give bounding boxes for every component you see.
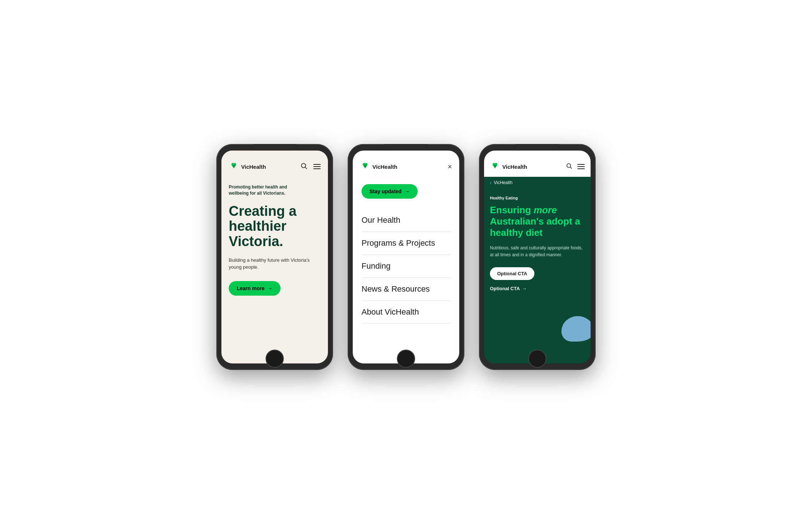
nav-item-our-health[interactable]: Our Health [361, 209, 451, 232]
logo-3: VicHealth [490, 161, 527, 172]
logo-text-2: VicHealth [372, 164, 397, 170]
phone-3: VicHealth ‹ [479, 144, 596, 370]
breadcrumb-bar: ‹ VicHealth [484, 177, 591, 188]
header-icons-1 [300, 162, 321, 171]
stay-updated-button[interactable]: Stay updated → [361, 184, 418, 199]
phones-container: VicHealth Promot [216, 144, 596, 370]
cta-secondary-label: Optional CTA [490, 286, 520, 291]
nav-item-about[interactable]: About VicHealth [361, 301, 451, 324]
main-nav: Our Health Programs & Projects Funding N… [361, 209, 451, 324]
article-body: Nutritious, safe and culturally appropri… [490, 245, 585, 258]
search-icon-1[interactable] [300, 162, 308, 171]
cta-secondary-arrow: → [522, 286, 527, 291]
nav-item-news[interactable]: News & Resources [361, 278, 451, 301]
cta-primary-button[interactable]: Optional CTA [490, 267, 534, 280]
home-button-2[interactable] [397, 350, 415, 368]
hero-subtitle: Building a healthy future with Victoria'… [229, 257, 321, 271]
phone-2-inner: VicHealth × Stay updated → Our Health Pr… [353, 151, 459, 363]
logo-text-3: VicHealth [502, 164, 527, 170]
nav-item-funding[interactable]: Funding [361, 255, 451, 278]
vichealth-logo-icon-3 [490, 161, 500, 172]
logo-text-1: VicHealth [241, 164, 266, 170]
decorative-blob [561, 316, 591, 342]
cta-primary-label: Optional CTA [497, 271, 527, 276]
tagline-text: Promoting better health and wellbeing fo… [229, 184, 321, 196]
menu-icon-1[interactable] [313, 164, 321, 169]
phone-2: VicHealth × Stay updated → Our Health Pr… [348, 144, 464, 370]
category-label: Healthy Eating [490, 196, 585, 200]
phone-notch-3 [515, 144, 559, 151]
stay-updated-arrow: → [405, 188, 410, 194]
close-menu-button[interactable]: × [448, 163, 452, 171]
phone-3-inner: VicHealth ‹ [484, 151, 591, 363]
vichealth-logo-icon-2 [360, 161, 370, 172]
phone-2-content: Stay updated → Our Health Programs & Pro… [353, 178, 459, 363]
stay-updated-label: Stay updated [370, 188, 402, 194]
phone-3-header: VicHealth [484, 151, 591, 177]
article-title-rest: Australian's adopt a healthy diet [490, 216, 580, 238]
home-button-1[interactable] [266, 350, 284, 368]
svg-line-3 [570, 167, 572, 168]
logo-1: VicHealth [229, 161, 266, 172]
phone-1-screen: VicHealth Promot [221, 151, 328, 363]
cta-secondary-link[interactable]: Optional CTA → [490, 286, 585, 291]
svg-point-0 [301, 163, 306, 168]
breadcrumb-text: VicHealth [494, 180, 513, 185]
article-title: Ensuring more Australian's adopt a healt… [490, 205, 585, 239]
vichealth-logo-icon-1 [229, 161, 239, 172]
svg-point-2 [567, 164, 571, 168]
phone-notch-2 [384, 144, 428, 151]
phone-2-screen: VicHealth × Stay updated → Our Health Pr… [353, 151, 459, 363]
learn-more-button[interactable]: Learn more → [229, 281, 281, 296]
phone-2-header: VicHealth × [353, 151, 459, 178]
menu-icon-3[interactable] [577, 164, 585, 169]
nav-item-programs[interactable]: Programs & Projects [361, 232, 451, 255]
phone-1: VicHealth Promot [216, 144, 333, 370]
phone-1-header: VicHealth [221, 151, 328, 178]
search-icon-3[interactable] [566, 163, 572, 171]
learn-more-label: Learn more [237, 285, 264, 291]
header-icons-3 [566, 163, 585, 171]
phone-3-content: Healthy Eating Ensuring more Australian'… [484, 188, 591, 363]
phone-1-inner: VicHealth Promot [221, 151, 328, 363]
phone-3-screen: VicHealth ‹ [484, 151, 591, 363]
phone-1-content: Promoting better health and wellbeing fo… [221, 178, 328, 363]
back-arrow-icon[interactable]: ‹ [490, 180, 492, 186]
home-button-3[interactable] [528, 350, 546, 368]
svg-line-1 [305, 167, 307, 169]
learn-more-arrow: → [267, 285, 272, 291]
article-title-italic: more [534, 205, 557, 215]
article-title-plain: Ensuring [490, 205, 534, 215]
hero-title: Creating a healthier Victoria. [229, 204, 321, 249]
logo-2: VicHealth [360, 161, 397, 172]
phone-notch-1 [253, 144, 297, 151]
